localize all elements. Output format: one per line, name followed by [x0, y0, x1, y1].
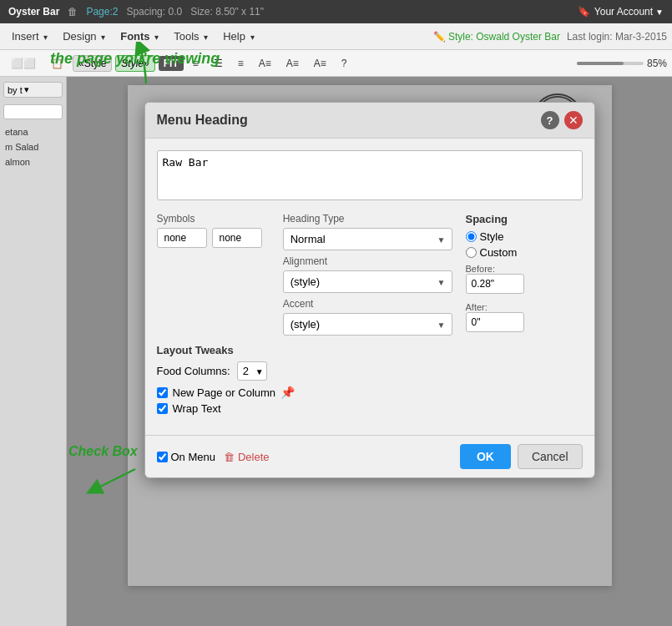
radio-style[interactable] — [466, 231, 477, 242]
new-page-checkbox[interactable] — [157, 387, 168, 398]
ok-button[interactable]: OK — [460, 444, 511, 469]
before-input[interactable] — [466, 274, 524, 294]
heading-col: Heading Type Normal Sub Heading Category… — [283, 213, 452, 336]
main-area: by t ▾ etana m Salad almon FRESH Seafood… — [0, 77, 672, 626]
toolbar-text1[interactable]: A≡ — [253, 54, 277, 73]
style-tag-active[interactable]: Style» — [115, 55, 154, 72]
radio-style-row: Style — [466, 230, 583, 243]
chevron-icon: ▾ — [101, 33, 105, 42]
app-title[interactable]: Oyster Bar — [8, 6, 59, 18]
account-menu[interactable]: Your Account ▼ — [594, 6, 664, 18]
toolbar-text2[interactable]: A≡ — [280, 54, 305, 73]
alignment-select[interactable]: (style) Left Center Right — [283, 270, 452, 293]
accent-select-wrap: (style) None Line Box ▼ — [283, 313, 452, 336]
symbols-col: Symbols — [157, 213, 270, 336]
chevron-icon: ▾ — [204, 33, 208, 42]
on-menu-label: On Menu — [171, 451, 215, 463]
zoom-slider[interactable] — [577, 62, 644, 65]
cancel-button[interactable]: Cancel — [518, 444, 583, 469]
food-columns-row: Food Columns: 1 2 3 4 ▼ — [157, 361, 583, 381]
symbols-inputs — [157, 228, 270, 248]
toolbar: ⬜⬜ 📋 «Style Style» FIT ≡ ☰ ≡ A≡ A≡ A≡ ? … — [0, 50, 672, 77]
fit-button[interactable]: FIT — [159, 56, 184, 71]
sidebar-search[interactable] — [3, 104, 63, 119]
top-bar-right: 🔖 Your Account ▼ — [578, 6, 664, 18]
symbols-label: Symbols — [157, 213, 270, 225]
wrap-text-label: Wrap Text — [173, 402, 221, 415]
menu-tools[interactable]: Tools ▾ — [167, 27, 215, 46]
toolbar-align[interactable]: ≡ — [232, 54, 250, 73]
toolbar-btn-paste[interactable]: 📋 — [45, 54, 69, 73]
trash-icon[interactable]: 🗑 — [68, 6, 78, 18]
toolbar-list1[interactable]: ≡ — [187, 54, 205, 73]
dialog-overlay: Menu Heading ? ✕ Raw Bar Symbols — [67, 77, 672, 626]
spacing-title: Spacing — [466, 213, 583, 225]
bookmark-icon: 🔖 — [578, 6, 590, 18]
heading-type-select[interactable]: Normal Sub Heading Category Item — [283, 228, 452, 250]
before-field: Before: — [466, 264, 583, 294]
sort-dropdown[interactable]: by t ▾ — [3, 82, 63, 98]
sort-label: by t — [8, 85, 23, 95]
new-page-label: New Page or Column — [173, 386, 276, 399]
radio-style-label: Style — [480, 230, 504, 243]
doc-area: FRESH Seafood ★ RAW BAR SH½ – CH CA Cr — [67, 77, 672, 626]
spacing-info: Spacing: 0.0 — [126, 6, 182, 18]
heading-type-select-wrap: Normal Sub Heading Category Item ▼ — [283, 228, 452, 250]
sidebar-item-salmon[interactable]: almon — [3, 154, 63, 169]
dialog-text-input[interactable]: Raw Bar — [157, 150, 583, 200]
chevron-icon: ▾ — [43, 33, 48, 42]
radio-custom[interactable] — [466, 247, 477, 258]
sidebar-item-etana[interactable]: etana — [3, 124, 63, 139]
dialog-title: Menu Heading — [157, 113, 248, 128]
chevron-icon: ▾ — [250, 33, 255, 42]
dialog-close-button[interactable]: ✕ — [564, 111, 583, 129]
sidebar: by t ▾ etana m Salad almon — [0, 77, 67, 626]
size-info: Size: 8.50" x 11" — [190, 6, 264, 18]
style-link[interactable]: ✏️ Style: Oswald Oyster Bar — [433, 31, 560, 43]
menu-design[interactable]: Design ▾ — [56, 27, 112, 46]
food-columns-select[interactable]: 1 2 3 4 — [237, 361, 267, 381]
toolbar-btn-copy[interactable]: ⬜⬜ — [5, 54, 42, 73]
pen-icon: ✏️ — [433, 31, 446, 43]
toolbar-help[interactable]: ? — [336, 54, 353, 73]
zoom-control: 85% — [577, 58, 667, 69]
sidebar-item-msalad[interactable]: m Salad — [3, 139, 63, 154]
menu-fonts[interactable]: Fonts ▾ — [114, 27, 165, 46]
dialog-help-button[interactable]: ? — [541, 111, 559, 129]
top-bar-left: Oyster Bar 🗑 Page:2 Spacing: 0.0 Size: 8… — [8, 6, 264, 18]
before-label: Before: — [466, 264, 583, 274]
spacing-col: Spacing Style Custom Bef — [466, 213, 583, 336]
symbol-input-1[interactable] — [157, 228, 207, 248]
food-columns-wrap: 1 2 3 4 ▼ — [237, 361, 267, 381]
dialog-header-buttons: ? ✕ — [541, 111, 583, 129]
alignment-select-wrap: (style) Left Center Right ▼ — [283, 270, 452, 293]
accent-select[interactable]: (style) None Line Box — [283, 313, 452, 336]
menu-help[interactable]: Help ▾ — [216, 27, 260, 46]
alignment-label: Alignment — [283, 255, 452, 267]
chevron-icon: ▾ — [154, 33, 159, 42]
accent-label: Accent — [283, 298, 452, 310]
sidebar-item-empty — [3, 169, 63, 174]
spacing-fields: Before: After: — [466, 264, 583, 332]
page-label: Page: — [86, 6, 112, 18]
after-input[interactable] — [466, 312, 524, 332]
style-tag-before[interactable]: «Style — [73, 55, 112, 72]
wrap-text-checkbox[interactable] — [157, 403, 168, 414]
layout-tweaks-title: Layout Tweaks — [157, 344, 583, 356]
on-menu-checkbox[interactable] — [157, 452, 168, 462]
style-link-label: Style: Oswald Oyster Bar — [448, 31, 560, 43]
top-bar: Oyster Bar 🗑 Page:2 Spacing: 0.0 Size: 8… — [0, 0, 672, 23]
dialog-body: Raw Bar Symbols Hea — [145, 139, 594, 435]
dialog-header: Menu Heading ? ✕ — [145, 103, 594, 139]
symbol-input-2[interactable] — [212, 228, 262, 248]
chevron-down-icon: ▾ — [24, 84, 29, 95]
chevron-down-icon: ▼ — [655, 8, 664, 17]
delete-button[interactable]: 🗑 Delete — [224, 451, 270, 463]
menu-insert[interactable]: Insert ▾ — [5, 27, 54, 46]
wrap-text-row: Wrap Text — [157, 402, 583, 415]
delete-label: Delete — [238, 451, 270, 463]
toolbar-text3[interactable]: A≡ — [308, 54, 332, 73]
food-columns-label: Food Columns: — [157, 365, 230, 377]
on-menu-row: On Menu — [157, 451, 215, 463]
toolbar-list2[interactable]: ☰ — [208, 54, 229, 73]
